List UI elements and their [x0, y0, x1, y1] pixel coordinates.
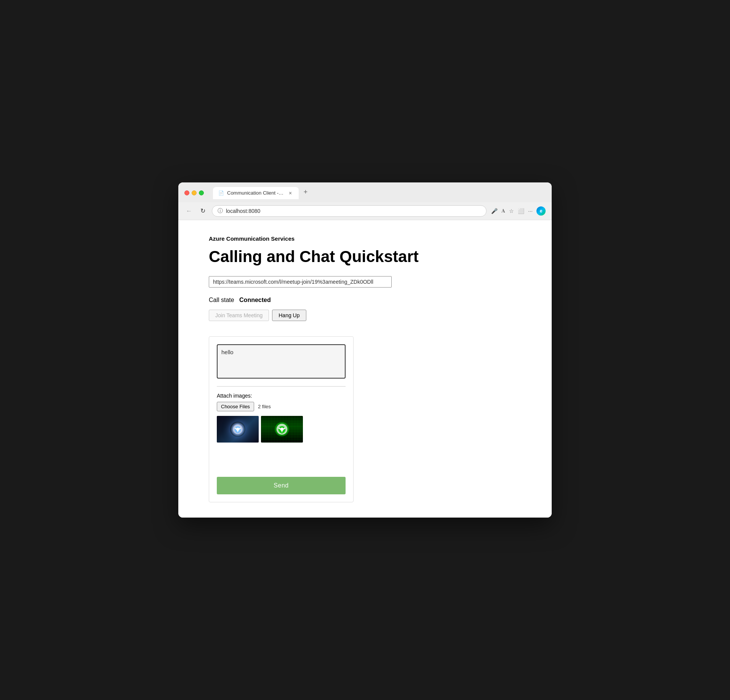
more-options-icon[interactable]: ··· [528, 208, 533, 214]
call-button-row: Join Teams Meeting Hang Up [209, 310, 521, 321]
back-button[interactable]: ← [184, 206, 194, 216]
file-row: Choose Files 2 files [217, 402, 346, 411]
tab-close-button[interactable]: × [287, 190, 293, 196]
title-bar: 📄 Communication Client - Calling × + [178, 182, 552, 202]
image-preview-3 [217, 445, 259, 471]
info-icon: ⓘ [218, 208, 223, 214]
new-tab-button[interactable]: + [300, 187, 311, 198]
address-text: localhost:8080 [226, 208, 481, 214]
reload-button[interactable]: ↻ [198, 206, 207, 216]
read-aloud-icon[interactable]: 𝐀 [501, 208, 505, 214]
maximize-window-button[interactable] [199, 190, 204, 195]
app-subtitle: Azure Communication Services [209, 235, 521, 242]
traffic-lights [184, 190, 204, 195]
attach-label: Attach images: [217, 393, 346, 399]
xbox-logo-2 [275, 422, 289, 436]
favorites-icon[interactable]: ☆ [509, 208, 514, 214]
split-view-icon[interactable]: ⬜ [518, 208, 524, 214]
image-preview-2 [261, 416, 303, 443]
call-state-row: Call state Connected [209, 297, 521, 304]
svg-point-1 [236, 428, 239, 431]
address-field[interactable]: ⓘ localhost:8080 [212, 205, 487, 217]
tab-title: Communication Client - Calling [227, 190, 284, 196]
xbox-icon-1 [233, 424, 243, 434]
browser-window: 📄 Communication Client - Calling × + ← ↻… [178, 182, 552, 518]
xbox-icon-2 [277, 424, 287, 435]
svg-point-3 [280, 428, 284, 431]
xbox-logo-1 [231, 422, 245, 436]
choose-files-button[interactable]: Choose Files [217, 402, 254, 411]
image-preview-1 [217, 416, 259, 443]
minimize-window-button[interactable] [192, 190, 197, 195]
mic-icon[interactable]: 🎤 [491, 208, 498, 214]
tab-page-icon: 📄 [218, 190, 224, 196]
page-content: Azure Communication Services Calling and… [178, 220, 552, 518]
send-button[interactable]: Send [217, 477, 346, 494]
file-count: 2 files [258, 404, 271, 409]
active-tab[interactable]: 📄 Communication Client - Calling × [213, 187, 299, 199]
address-bar: ← ↻ ⓘ localhost:8080 🎤 𝐀 ☆ ⬜ ··· e [178, 202, 552, 220]
close-window-button[interactable] [184, 190, 189, 195]
call-state-label: Call state [209, 297, 234, 303]
page-title: Calling and Chat Quickstart [209, 248, 521, 265]
edge-browser-icon: e [536, 206, 546, 216]
message-input[interactable]: hello [217, 344, 346, 379]
browser-toolbar-icons: 🎤 𝐀 ☆ ⬜ ··· e [491, 206, 546, 216]
hang-up-button[interactable]: Hang Up [272, 310, 306, 321]
chat-panel: hello Attach images: Choose Files 2 file… [209, 336, 354, 502]
tabs-row: 📄 Communication Client - Calling × + [213, 187, 311, 199]
call-state-value: Connected [239, 297, 271, 303]
image-previews [217, 416, 346, 471]
join-teams-meeting-button[interactable]: Join Teams Meeting [209, 310, 269, 321]
chat-divider [217, 386, 346, 387]
meeting-url-input[interactable] [209, 276, 392, 288]
